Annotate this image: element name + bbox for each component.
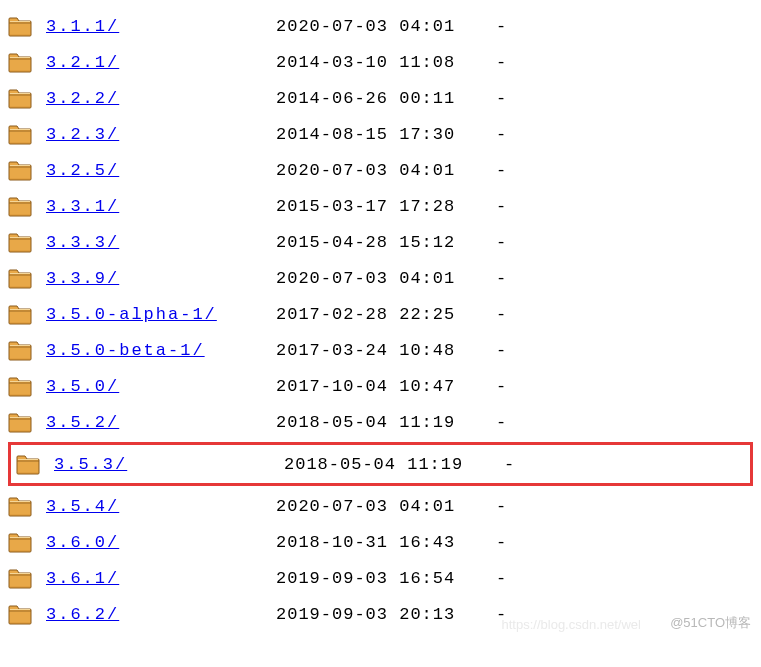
folder-link[interactable]: 3.6.2/ bbox=[46, 605, 276, 624]
date-label: 2014-08-15 17:30 bbox=[276, 125, 481, 144]
folder-icon bbox=[8, 567, 32, 589]
folder-link[interactable]: 3.2.1/ bbox=[46, 53, 276, 72]
folder-icon bbox=[8, 375, 32, 397]
list-row: 3.2.5/2020-07-03 04:01- bbox=[0, 152, 761, 188]
list-row: 3.2.2/2014-06-26 00:11- bbox=[0, 80, 761, 116]
size-label: - bbox=[481, 341, 521, 360]
list-row: 3.6.1/2019-09-03 16:54- bbox=[0, 560, 761, 596]
size-label: - bbox=[481, 161, 521, 180]
list-row: 3.5.3/2018-05-04 11:19- bbox=[8, 442, 753, 486]
date-label: 2020-07-03 04:01 bbox=[276, 269, 481, 288]
folder-icon bbox=[8, 495, 32, 517]
folder-icon bbox=[8, 159, 32, 181]
date-label: 2017-10-04 10:47 bbox=[276, 377, 481, 396]
folder-icon bbox=[8, 531, 32, 553]
folder-link[interactable]: 3.5.2/ bbox=[46, 413, 276, 432]
size-label: - bbox=[481, 233, 521, 252]
folder-icon bbox=[8, 339, 32, 361]
folder-link[interactable]: 3.5.4/ bbox=[46, 497, 276, 516]
list-row: 3.3.3/2015-04-28 15:12- bbox=[0, 224, 761, 260]
date-label: 2018-05-04 11:19 bbox=[284, 455, 489, 474]
list-row: 3.5.0/2017-10-04 10:47- bbox=[0, 368, 761, 404]
date-label: 2015-03-17 17:28 bbox=[276, 197, 481, 216]
size-label: - bbox=[481, 305, 521, 324]
folder-link[interactable]: 3.3.9/ bbox=[46, 269, 276, 288]
size-label: - bbox=[481, 497, 521, 516]
folder-icon bbox=[16, 453, 40, 475]
folder-link[interactable]: 3.1.1/ bbox=[46, 17, 276, 36]
folder-link[interactable]: 3.5.0-alpha-1/ bbox=[46, 305, 276, 324]
folder-link[interactable]: 3.5.3/ bbox=[54, 455, 284, 474]
folder-icon bbox=[8, 51, 32, 73]
folder-icon bbox=[8, 267, 32, 289]
list-row: 3.2.1/2014-03-10 11:08- bbox=[0, 44, 761, 80]
size-label: - bbox=[481, 569, 521, 588]
folder-link[interactable]: 3.2.3/ bbox=[46, 125, 276, 144]
folder-link[interactable]: 3.3.3/ bbox=[46, 233, 276, 252]
date-label: 2017-02-28 22:25 bbox=[276, 305, 481, 324]
size-label: - bbox=[481, 89, 521, 108]
size-label: - bbox=[481, 125, 521, 144]
date-label: 2019-09-03 16:54 bbox=[276, 569, 481, 588]
folder-icon bbox=[8, 231, 32, 253]
folder-link[interactable]: 3.3.1/ bbox=[46, 197, 276, 216]
folder-icon bbox=[8, 123, 32, 145]
size-label: - bbox=[481, 17, 521, 36]
list-row: 3.5.0-beta-1/2017-03-24 10:48- bbox=[0, 332, 761, 368]
size-label: - bbox=[481, 533, 521, 552]
size-label: - bbox=[481, 413, 521, 432]
folder-link[interactable]: 3.2.2/ bbox=[46, 89, 276, 108]
folder-icon bbox=[8, 603, 32, 625]
list-row: 3.6.0/2018-10-31 16:43- bbox=[0, 524, 761, 560]
directory-listing: 3.1.1/2020-07-03 04:01- 3.2.1/2014-03-10… bbox=[0, 8, 761, 632]
date-label: 2014-03-10 11:08 bbox=[276, 53, 481, 72]
list-row: 3.5.4/2020-07-03 04:01- bbox=[0, 488, 761, 524]
size-label: - bbox=[489, 455, 529, 474]
folder-link[interactable]: 3.6.0/ bbox=[46, 533, 276, 552]
date-label: 2018-10-31 16:43 bbox=[276, 533, 481, 552]
date-label: 2017-03-24 10:48 bbox=[276, 341, 481, 360]
date-label: 2020-07-03 04:01 bbox=[276, 497, 481, 516]
list-row: 3.1.1/2020-07-03 04:01- bbox=[0, 8, 761, 44]
size-label: - bbox=[481, 377, 521, 396]
date-label: 2015-04-28 15:12 bbox=[276, 233, 481, 252]
date-label: 2014-06-26 00:11 bbox=[276, 89, 481, 108]
folder-icon bbox=[8, 303, 32, 325]
list-row: 3.6.2/2019-09-03 20:13- bbox=[0, 596, 761, 632]
date-label: 2020-07-03 04:01 bbox=[276, 161, 481, 180]
list-row: 3.3.1/2015-03-17 17:28- bbox=[0, 188, 761, 224]
folder-link[interactable]: 3.2.5/ bbox=[46, 161, 276, 180]
folder-link[interactable]: 3.6.1/ bbox=[46, 569, 276, 588]
size-label: - bbox=[481, 269, 521, 288]
folder-icon bbox=[8, 87, 32, 109]
date-label: 2020-07-03 04:01 bbox=[276, 17, 481, 36]
watermark-faint: https://blog.csdn.net/wel bbox=[502, 617, 641, 632]
folder-icon bbox=[8, 195, 32, 217]
folder-icon bbox=[8, 15, 32, 37]
list-row: 3.2.3/2014-08-15 17:30- bbox=[0, 116, 761, 152]
date-label: 2018-05-04 11:19 bbox=[276, 413, 481, 432]
size-label: - bbox=[481, 53, 521, 72]
watermark-label: @51CTO博客 bbox=[670, 614, 751, 632]
list-row: 3.3.9/2020-07-03 04:01- bbox=[0, 260, 761, 296]
size-label: - bbox=[481, 197, 521, 216]
date-label: 2019-09-03 20:13 bbox=[276, 605, 481, 624]
list-row: 3.5.0-alpha-1/2017-02-28 22:25- bbox=[0, 296, 761, 332]
folder-link[interactable]: 3.5.0-beta-1/ bbox=[46, 341, 276, 360]
folder-link[interactable]: 3.5.0/ bbox=[46, 377, 276, 396]
list-row: 3.5.2/2018-05-04 11:19- bbox=[0, 404, 761, 440]
folder-icon bbox=[8, 411, 32, 433]
